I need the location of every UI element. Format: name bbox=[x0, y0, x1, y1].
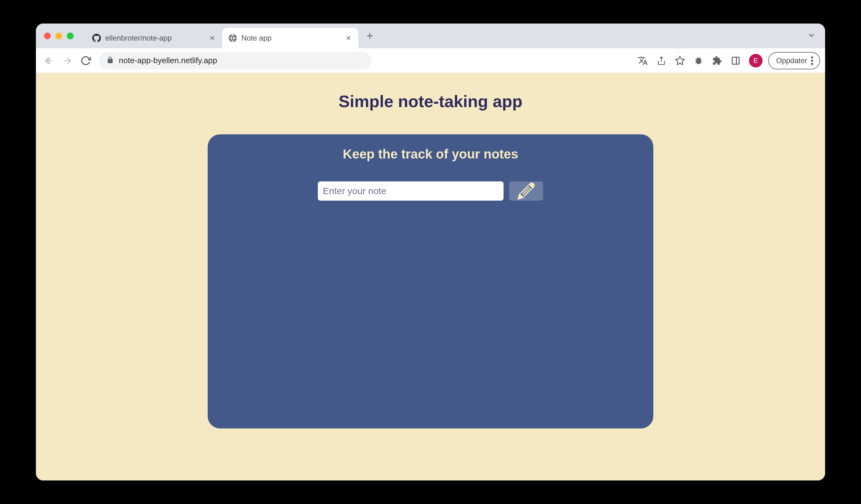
tab-github[interactable]: ellenbroter/note-app × bbox=[86, 28, 222, 48]
translate-button[interactable] bbox=[635, 53, 651, 68]
tabs-dropdown-button[interactable] bbox=[807, 31, 816, 41]
more-icon bbox=[811, 56, 814, 65]
svg-marker-5 bbox=[675, 56, 684, 64]
svg-rect-6 bbox=[732, 57, 739, 64]
minimize-window-button[interactable] bbox=[55, 32, 62, 39]
input-row bbox=[226, 181, 635, 201]
page-title: Simple note-taking app bbox=[36, 92, 825, 111]
profile-avatar[interactable]: E bbox=[749, 54, 763, 68]
new-tab-button[interactable]: + bbox=[362, 28, 378, 44]
traffic-lights bbox=[44, 32, 74, 39]
extension-bug-icon[interactable] bbox=[691, 53, 706, 68]
update-button[interactable]: Oppdater bbox=[768, 52, 820, 69]
update-button-label: Oppdater bbox=[776, 56, 807, 65]
notes-card: Keep the track of your notes bbox=[208, 134, 653, 428]
lock-icon bbox=[107, 56, 114, 65]
note-input[interactable] bbox=[318, 181, 504, 201]
tab-title: Note app bbox=[242, 34, 340, 42]
pencil-icon bbox=[517, 182, 535, 200]
svg-point-9 bbox=[811, 59, 814, 62]
avatar-letter: E bbox=[754, 57, 758, 65]
side-panel-button[interactable] bbox=[728, 53, 743, 68]
browser-window: ellenbroter/note-app × Note app × + bbox=[36, 24, 825, 480]
extensions-button[interactable] bbox=[709, 53, 725, 68]
svg-point-10 bbox=[811, 63, 814, 65]
address-bar: note-app-byellen.netlify.app E Oppdater bbox=[36, 48, 825, 73]
add-note-button[interactable] bbox=[509, 181, 543, 201]
close-tab-button[interactable]: × bbox=[209, 35, 216, 42]
reload-button[interactable] bbox=[78, 53, 94, 68]
page-content: Simple note-taking app Keep the track of… bbox=[36, 73, 825, 480]
github-icon bbox=[92, 34, 101, 42]
url-text: note-app-byellen.netlify.app bbox=[119, 56, 217, 65]
card-title: Keep the track of your notes bbox=[226, 147, 635, 162]
close-tab-button[interactable]: × bbox=[345, 35, 352, 42]
forward-button[interactable] bbox=[59, 53, 75, 68]
svg-point-8 bbox=[811, 56, 814, 58]
share-button[interactable] bbox=[654, 53, 669, 68]
maximize-window-button[interactable] bbox=[67, 32, 74, 39]
close-window-button[interactable] bbox=[44, 32, 51, 39]
globe-icon bbox=[228, 34, 237, 42]
tab-bar: ellenbroter/note-app × Note app × + bbox=[36, 24, 825, 48]
url-bar[interactable]: note-app-byellen.netlify.app bbox=[99, 52, 371, 69]
tab-title: ellenbroter/note-app bbox=[105, 34, 204, 42]
back-button[interactable] bbox=[41, 53, 56, 68]
bookmark-button[interactable] bbox=[672, 53, 688, 68]
tab-note-app[interactable]: Note app × bbox=[222, 28, 358, 48]
